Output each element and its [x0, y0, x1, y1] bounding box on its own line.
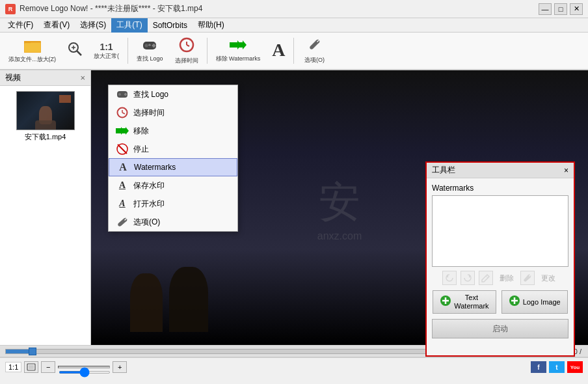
zoom-icon	[68, 42, 82, 59]
wm-delete-btn[interactable]: 删除	[497, 272, 516, 284]
toolbar-ratio[interactable]: 1:1 放大正常(	[89, 34, 124, 67]
menu-item-file[interactable]: 文件(F)	[3, 18, 38, 33]
logo-image-label: Logo Image	[523, 298, 561, 307]
dropdown-options-label: 选项(O)	[133, 217, 160, 228]
youtube-label: You	[570, 364, 580, 370]
text-a-icon: A	[272, 41, 285, 59]
progress-thumb[interactable]	[29, 348, 36, 355]
twitter-button[interactable]: t	[549, 361, 565, 373]
preview-watermark: 安 anxz.com	[317, 174, 362, 242]
toolbar-select-time-label: 选择时间	[175, 57, 198, 65]
menu-item-softorbits[interactable]: SoftOrbits	[148, 18, 193, 33]
svg-point-13	[153, 46, 155, 48]
dropdown-item-find-logo[interactable]: 查找 Logo	[109, 85, 237, 103]
wm-rotate-left-btn[interactable]	[442, 271, 457, 285]
dropdown-stop-label: 停止	[133, 144, 149, 155]
wm-wrench-btn[interactable]	[520, 271, 535, 285]
svg-marker-20	[235, 40, 247, 49]
dropdown-item-open-watermark[interactable]: A 打开水印	[109, 195, 237, 213]
video-item-name: 安下载1.mp4	[25, 132, 66, 142]
dropdown-item-watermarks[interactable]: A Watermarks	[109, 158, 237, 176]
dropdown-clock-icon	[115, 105, 129, 120]
content-area: 视频 × 安下载1.mp4	[0, 70, 588, 345]
toolbar-find-logo[interactable]: 查找 Logo	[132, 34, 168, 67]
wm-edit-btn[interactable]: 更改	[539, 272, 558, 284]
toolbar-options[interactable]: 选项(O)	[298, 34, 330, 67]
toolbar-divider-2	[207, 38, 207, 64]
main-toolbar: 添加文件...放大(Z) 1:1 放大正常(	[0, 33, 588, 70]
right-panel-close[interactable]: ×	[564, 166, 568, 175]
status-fit-screen-btn[interactable]	[24, 361, 38, 373]
toolbar-select-time[interactable]: 选择时间	[170, 34, 203, 67]
ratio-icon: 1:1	[100, 42, 113, 52]
figure-2	[169, 267, 208, 332]
menu-bar: 文件(F) 查看(V) 选择(S) 工具(T) SoftOrbits 帮助(H)	[0, 18, 588, 33]
toolbar-remove[interactable]: 移除 Watermarks	[211, 34, 265, 67]
dropdown-open-wm-icon: A	[115, 197, 129, 211]
list-item[interactable]: 安下载1.mp4	[5, 91, 85, 142]
dropdown-item-stop[interactable]: 停止	[109, 140, 237, 158]
watermarks-listbox[interactable]	[432, 195, 568, 267]
right-panel-header: 工具栏 ×	[427, 163, 574, 178]
minimize-button[interactable]: —	[539, 3, 552, 15]
toolbar-add-file[interactable]: 添加文件...放大(Z)	[4, 34, 60, 67]
logo-image-button[interactable]: Logo Image	[501, 290, 568, 314]
svg-line-5	[77, 51, 81, 55]
social-buttons: f t You	[531, 361, 583, 373]
dropdown-item-options[interactable]: 选项(O)	[109, 213, 237, 231]
dropdown-item-select-time[interactable]: 选择时间	[109, 103, 237, 122]
video-panel-close[interactable]: ×	[80, 73, 85, 83]
facebook-button[interactable]: f	[531, 361, 546, 373]
dropdown-stop-icon	[115, 142, 129, 156]
status-minus-btn[interactable]: −	[41, 361, 55, 373]
dropdown-watermarks-icon: A	[116, 160, 130, 174]
dropdown-save-wm-icon: A	[115, 178, 129, 193]
svg-point-12	[153, 44, 155, 46]
svg-point-26	[126, 94, 127, 95]
toolbar-divider-1	[127, 38, 128, 64]
dropdown-options-icon	[115, 215, 129, 229]
window-title: Remove Logo Now! - ****未注册版**** - 安下载1.m…	[20, 3, 539, 14]
right-tools-panel: 工具栏 × Watermarks	[425, 161, 575, 357]
maximize-button[interactable]: □	[554, 3, 567, 15]
menu-item-view[interactable]: 查看(V)	[38, 18, 75, 33]
svg-point-22	[118, 93, 121, 96]
svg-rect-44	[29, 365, 34, 369]
menu-item-tools[interactable]: 工具(T)	[111, 18, 147, 33]
status-bar: 1:1 − + f t You	[0, 357, 588, 376]
toolbar-zoom[interactable]	[63, 34, 87, 67]
status-plus-btn[interactable]: +	[113, 361, 127, 373]
title-bar: R Remove Logo Now! - ****未注册版**** - 安下载1…	[0, 0, 588, 18]
wm-pen-btn[interactable]	[479, 271, 493, 285]
watermark-text: anxz.com	[317, 230, 362, 242]
watermarks-toolbar: 删除 更改	[432, 271, 568, 285]
dropdown-item-remove[interactable]: 移除	[109, 122, 237, 140]
text-watermark-button[interactable]: Text Watermark	[433, 290, 496, 314]
menu-item-help[interactable]: 帮助(H)	[193, 18, 230, 33]
video-list: 安下载1.mp4	[0, 86, 90, 345]
dropdown-open-watermark-label: 打开水印	[133, 199, 165, 210]
toolbar-find-logo-label: 查找 Logo	[137, 55, 163, 63]
options-wrench-icon	[307, 38, 321, 55]
svg-line-33	[118, 144, 127, 154]
toolbar-options-label: 选项(O)	[304, 56, 325, 64]
menu-item-select[interactable]: 选择(S)	[75, 18, 111, 33]
svg-rect-3	[25, 43, 40, 52]
toolbar-text-a[interactable]: A	[267, 34, 289, 67]
zoom-slider[interactable]	[58, 366, 110, 368]
youtube-button[interactable]: You	[567, 361, 583, 373]
gamepad-icon	[141, 39, 158, 53]
clock-icon	[179, 37, 194, 55]
zoom-range-input[interactable]	[59, 371, 111, 374]
video-thumb-inner	[17, 92, 74, 130]
start-button[interactable]: 启动	[432, 319, 568, 338]
remove-arrow-icon	[230, 39, 247, 53]
toolbar-add-file-label: 添加文件...放大(Z)	[8, 57, 56, 63]
tools-dropdown-menu: 查找 Logo 选择时间 移除	[108, 85, 238, 232]
dropdown-item-save-watermark[interactable]: A 保存水印	[109, 176, 237, 195]
zoom-ratio-label: 1:1	[5, 362, 21, 372]
wm-rotate-right-btn[interactable]	[461, 271, 475, 285]
right-panel-body: Watermarks	[427, 178, 574, 344]
close-button[interactable]: ✕	[570, 3, 583, 15]
svg-line-29	[122, 113, 125, 114]
